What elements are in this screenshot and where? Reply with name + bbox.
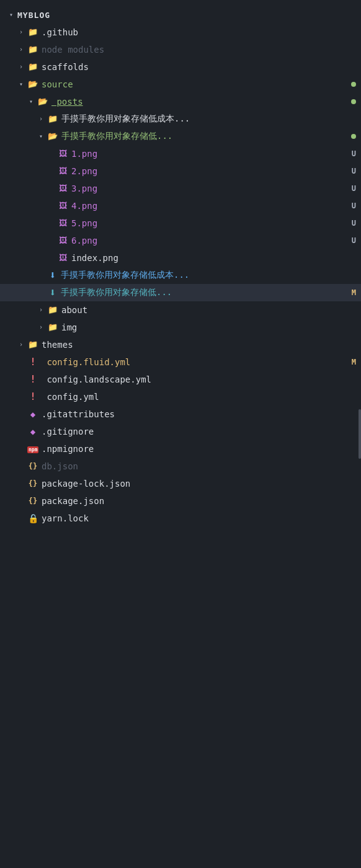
scrollbar[interactable]	[359, 409, 361, 459]
chevron-themes	[16, 340, 26, 350]
folder-about[interactable]: 📁 about	[0, 301, 361, 319]
folder-icon-scaffolds: 📁	[27, 61, 38, 73]
folder-icon-node-modules: 📁	[27, 44, 38, 55]
npm-icon: npm	[27, 443, 38, 454]
label-index-png: index.png	[71, 253, 356, 263]
file-6png[interactable]: 🖼 6.png U	[0, 232, 361, 249]
yarn-icon: 🔒	[27, 513, 38, 524]
label-config-yml: _config.yml	[42, 392, 356, 402]
img-icon-2png: 🖼	[57, 166, 68, 177]
file-gitattributes[interactable]: ◆ .gitattributes	[0, 405, 361, 423]
md-icon-2: ⬇	[47, 287, 58, 298]
file-5png[interactable]: 🖼 5.png U	[0, 215, 361, 232]
label-scaffolds: scaffolds	[42, 62, 356, 72]
chevron-source	[16, 79, 26, 89]
file-3png[interactable]: 🖼 3.png U	[0, 180, 361, 197]
file-explorer: MYBLOG 📁 .github 📁 node_modules 📁 scaffo…	[0, 0, 361, 533]
spacer-2png	[46, 166, 56, 176]
file-package-json[interactable]: {} package.json	[0, 492, 361, 510]
label-themes: themes	[42, 340, 356, 350]
spacer-md1	[36, 270, 46, 280]
spacer-config-yml	[16, 392, 26, 402]
yaml-icon-config: !	[27, 391, 38, 402]
label-img: img	[61, 322, 356, 332]
chevron-img	[36, 322, 46, 332]
label-config-fluid: _config.fluid.yml	[42, 357, 347, 367]
folder-img[interactable]: 📁 img	[0, 319, 361, 336]
label-db-json: db.json	[42, 461, 356, 471]
spacer-index-png	[46, 253, 56, 263]
label-post-collapsed: 手摸手教你用对象存储低成本...	[61, 113, 356, 125]
folder-icon-posts: 📂	[37, 96, 48, 107]
file-2png[interactable]: 🖼 2.png U	[0, 162, 361, 180]
spacer-package-json	[16, 496, 26, 506]
folder-scaffolds[interactable]: 📁 scaffolds	[0, 58, 361, 76]
spacer-4png	[46, 201, 56, 211]
badge-md2: M	[352, 288, 356, 297]
label-gitattributes: .gitattributes	[42, 409, 356, 419]
label-md2: 手摸手教你用对象存储低...	[61, 287, 347, 298]
spacer-package-lock	[16, 479, 26, 489]
folder-posts[interactable]: 📂 _posts	[0, 93, 361, 110]
badge-3png: U	[352, 184, 356, 193]
file-md2[interactable]: ⬇ 手摸手教你用对象存储低... M	[0, 284, 361, 301]
label-npmignore: .npmignore	[42, 444, 356, 454]
chevron-github	[16, 27, 26, 37]
chevron-node-modules	[16, 45, 26, 55]
dot-post-open	[351, 134, 356, 139]
folder-themes[interactable]: 📁 themes	[0, 336, 361, 353]
badge-6png: U	[352, 236, 356, 245]
folder-icon-themes: 📁	[27, 339, 38, 350]
file-config-yml[interactable]: ! _config.yml	[0, 388, 361, 405]
yaml-icon-fluid: !	[27, 356, 38, 368]
root-label: MYBLOG	[17, 11, 356, 20]
file-config-landscape[interactable]: ! _config.landscape.yml	[0, 371, 361, 388]
file-md1[interactable]: ⬇ 手摸手教你用对象存储低成本...	[0, 267, 361, 284]
folder-github[interactable]: 📁 .github	[0, 24, 361, 41]
spacer-5png	[46, 218, 56, 228]
label-config-landscape: _config.landscape.yml	[42, 374, 356, 384]
file-yarn-lock[interactable]: 🔒 yarn.lock	[0, 510, 361, 527]
chevron-posts	[26, 97, 36, 107]
spacer-md2	[36, 288, 46, 298]
badge-1png: U	[352, 149, 356, 158]
json-icon-db: {}	[27, 461, 38, 472]
folder-post-collapsed[interactable]: 📁 手摸手教你用对象存储低成本...	[0, 110, 361, 128]
label-node-modules: node_modules	[42, 45, 356, 55]
label-1png: 1.png	[71, 149, 347, 159]
file-db-json[interactable]: {} db.json	[0, 458, 361, 475]
folder-node-modules[interactable]: 📁 node_modules	[0, 41, 361, 58]
file-package-lock[interactable]: {} package-lock.json	[0, 475, 361, 492]
json-icon-package-lock: {}	[27, 478, 38, 489]
chevron-about	[36, 305, 46, 315]
label-md1: 手摸手教你用对象存储低成本...	[61, 270, 356, 281]
file-config-fluid[interactable]: ! _config.fluid.yml M	[0, 353, 361, 371]
file-npmignore[interactable]: npm .npmignore	[0, 440, 361, 458]
file-1png[interactable]: 🖼 1.png U	[0, 145, 361, 162]
folder-source[interactable]: 📂 source	[0, 76, 361, 93]
label-post-open: 手摸手教你用对象存储低...	[61, 131, 351, 142]
file-gitignore[interactable]: ◆ .gitignore	[0, 423, 361, 440]
dot-source	[351, 82, 356, 87]
spacer-3png	[46, 184, 56, 193]
label-about: about	[61, 305, 356, 315]
spacer-1png	[46, 149, 56, 159]
chevron-root	[6, 10, 16, 20]
git-icon-attributes: ◆	[27, 409, 38, 420]
spacer-npmignore	[16, 444, 26, 454]
file-4png[interactable]: 🖼 4.png U	[0, 197, 361, 215]
folder-icon-img: 📁	[47, 322, 58, 333]
label-4png: 4.png	[71, 201, 347, 211]
dot-posts	[351, 99, 356, 104]
badge-2png: U	[352, 167, 356, 175]
folder-post-open[interactable]: 📂 手摸手教你用对象存储低...	[0, 128, 361, 145]
label-package-lock: package-lock.json	[42, 479, 356, 489]
label-3png: 3.png	[71, 184, 347, 193]
folder-icon-github: 📁	[27, 27, 38, 38]
img-icon-4png: 🖼	[57, 200, 68, 211]
img-icon-1png: 🖼	[57, 148, 68, 159]
root-folder[interactable]: MYBLOG	[0, 6, 361, 24]
file-index-png[interactable]: 🖼 index.png	[0, 249, 361, 267]
label-6png: 6.png	[71, 236, 347, 246]
label-posts: _posts	[51, 97, 351, 107]
